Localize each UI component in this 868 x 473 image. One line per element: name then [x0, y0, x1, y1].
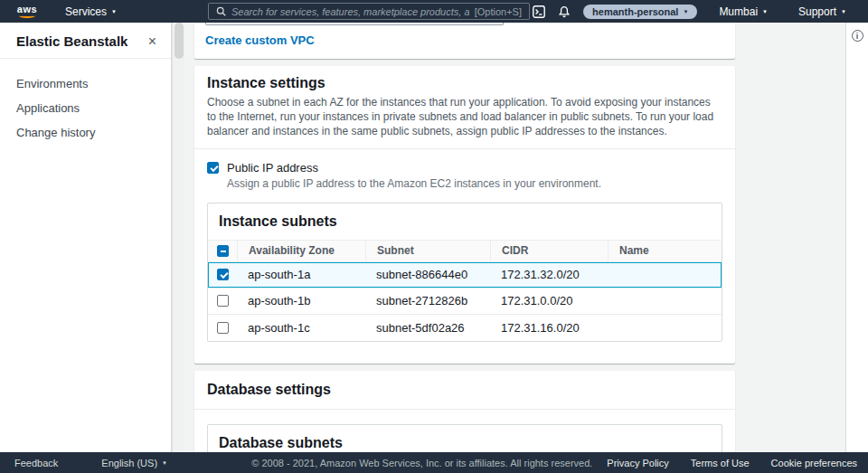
instance-settings-title: Instance settings: [207, 75, 722, 91]
support-menu[interactable]: Support ▼: [789, 0, 855, 23]
instance-subnets-table: Instance subnets Availability Zone Subne…: [207, 203, 722, 342]
instance-settings-section: Instance settings Choose a subnet in eac…: [194, 66, 735, 364]
sidebar-item-change-history[interactable]: Change history: [0, 120, 171, 145]
cell-cidr: 172.31.32.0/20: [490, 268, 608, 281]
services-menu[interactable]: Services ▼: [56, 0, 126, 23]
database-subnets-title: Database subnets: [219, 435, 343, 450]
table-header-row: Availability Zone Subnet CIDR Name: [208, 240, 722, 262]
public-ip-description: Assign a public IP address to the Amazon…: [227, 177, 601, 190]
cookie-preferences-link[interactable]: Cookie preferences: [760, 458, 868, 468]
table-row[interactable]: ap-south-1a subnet-886644e0 172.31.32.0/…: [208, 262, 722, 289]
region-menu[interactable]: Mumbai ▼: [710, 0, 777, 23]
vpc-card: Create custom VPC: [194, 23, 735, 59]
terms-of-use-link[interactable]: Terms of Use: [680, 458, 760, 468]
column-header-cidr: CIDR: [490, 241, 608, 261]
feedback-link[interactable]: Feedback: [4, 458, 69, 468]
row-checkbox[interactable]: [217, 269, 229, 280]
footer-bar: Feedback English (US) ▼ © 2008 - 2021, A…: [0, 452, 868, 473]
privacy-policy-link[interactable]: Privacy Policy: [596, 458, 679, 468]
scrollbar-thumb[interactable]: [175, 23, 184, 59]
sidebar-item-applications[interactable]: Applications: [0, 96, 171, 120]
public-ip-checkbox[interactable]: [207, 162, 219, 174]
vertical-scrollbar[interactable]: [172, 23, 184, 452]
search-icon: [216, 6, 226, 16]
chevron-down-icon: ▼: [841, 9, 846, 14]
row-checkbox[interactable]: [217, 295, 229, 307]
aws-logo[interactable]: aws: [14, 5, 40, 18]
language-selector[interactable]: English (US) ▼: [90, 458, 178, 468]
copyright-text: © 2008 - 2021, Amazon Web Services, Inc.…: [251, 458, 596, 468]
cell-cidr: 172.31.16.0/20: [490, 321, 608, 335]
column-header-subnet: Subnet: [365, 241, 490, 261]
cloudshell-icon[interactable]: [533, 5, 545, 18]
chevron-down-icon: ▼: [762, 9, 768, 14]
sidebar-close-icon[interactable]: ×: [148, 34, 156, 49]
cell-availability-zone: ap-south-1c: [237, 321, 365, 335]
column-header-name: Name: [608, 241, 722, 261]
search-input[interactable]: Search for services, features, marketpla…: [208, 3, 530, 20]
account-menu[interactable]: hemanth-personal ▼: [583, 5, 697, 19]
cell-availability-zone: ap-south-1a: [237, 268, 365, 281]
instance-settings-description: Choose a subnet in each AZ for the insta…: [207, 95, 722, 139]
public-ip-label: Public IP address: [227, 161, 601, 175]
info-icon[interactable]: i: [852, 30, 863, 42]
search-placeholder: Search for services, features, marketpla…: [231, 6, 469, 17]
create-custom-vpc-link[interactable]: Create custom VPC: [205, 33, 315, 47]
sidebar-title: Elastic Beanstalk: [16, 33, 127, 49]
row-checkbox[interactable]: [217, 322, 229, 334]
chevron-down-icon: ▼: [683, 9, 688, 14]
vpc-select[interactable]: [205, 23, 504, 25]
cell-subnet: subnet-886644e0: [365, 268, 490, 281]
public-ip-field: Public IP address Assign a public IP add…: [194, 149, 735, 192]
select-all-checkbox[interactable]: [217, 245, 229, 257]
top-navigation-bar: aws Services ▼ Search for services, feat…: [0, 0, 868, 23]
database-settings-title: Database settings: [207, 382, 722, 398]
search-shortcut-hint: [Option+S]: [475, 6, 522, 17]
notifications-bell-icon[interactable]: [558, 5, 571, 18]
table-row[interactable]: ap-south-1b subnet-2712826b 172.31.0.0/2…: [208, 289, 722, 315]
database-subnets-table: Database subnets Availability Zone Subne…: [207, 424, 722, 452]
main-content: Create custom VPC Instance settings Choo…: [184, 23, 845, 452]
cell-cidr: 172.31.0.0/20: [490, 294, 608, 307]
chevron-down-icon: ▼: [162, 460, 167, 466]
sidebar: Elastic Beanstalk × Environments Applica…: [0, 23, 172, 452]
instance-subnets-title: Instance subnets: [219, 213, 337, 229]
cell-availability-zone: ap-south-1b: [237, 294, 365, 307]
sidebar-item-environments[interactable]: Environments: [0, 71, 171, 96]
cell-subnet: subnet-5df02a26: [365, 321, 490, 335]
chevron-down-icon: ▼: [111, 9, 117, 14]
cell-subnet: subnet-2712826b: [365, 294, 490, 307]
column-header-availability-zone: Availability Zone: [237, 241, 365, 261]
help-panel-rail: i: [845, 23, 868, 452]
table-row[interactable]: ap-south-1c subnet-5df02a26 172.31.16.0/…: [208, 315, 722, 341]
database-settings-section: Database settings Database subnets Avail…: [194, 371, 735, 452]
